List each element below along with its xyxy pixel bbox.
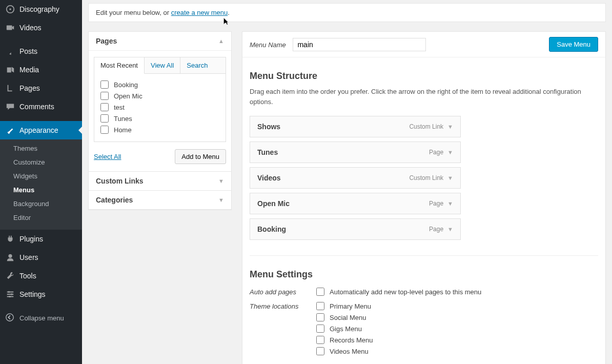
admin-sidebar: Discography Videos Posts Media Pages Com… [0, 0, 82, 364]
svg-rect-5 [8, 84, 13, 91]
page-checkbox[interactable] [100, 92, 109, 100]
tab-search[interactable]: Search [180, 57, 214, 73]
menu-item-bar[interactable]: Booking Page▼ [250, 218, 461, 240]
triangle-down-icon[interactable]: ▼ [447, 124, 453, 130]
triangle-up-icon: ▲ [218, 38, 224, 44]
sidebar-item-comments[interactable]: Comments [0, 97, 82, 116]
menu-item-bar[interactable]: Shows Custom Link▼ [250, 116, 461, 137]
sidebar-item-tools[interactable]: Tools [0, 267, 82, 285]
theme-location-row[interactable]: Gigs Menu [316, 324, 373, 333]
menu-item-title: Shows [257, 123, 280, 131]
page-checkbox-row[interactable]: Tunes [100, 113, 219, 124]
menu-item-title: Open Mic [257, 199, 290, 208]
sidebar-item-label: Posts [19, 47, 37, 55]
pages-tabs-frame: Most Recent View All Search Booking Open… [94, 57, 226, 142]
menu-editor: Menu Name Save Menu Menu Structure Drag … [242, 31, 606, 364]
theme-location-text: Primary Menu [330, 302, 371, 310]
custom-links-postbox: Custom Links ▼ [88, 172, 232, 191]
sidebar-item-settings[interactable]: Settings [0, 285, 82, 304]
triangle-down-icon[interactable]: ▼ [447, 226, 453, 232]
submenu-themes[interactable]: Themes [6, 141, 82, 155]
menu-name-input[interactable] [293, 38, 426, 51]
theme-location-checkbox[interactable] [316, 313, 324, 321]
sidebar-item-plugins[interactable]: Plugins [0, 230, 82, 248]
submenu-customize[interactable]: Customize [6, 155, 82, 169]
sidebar-item-discography[interactable]: Discography [0, 0, 82, 18]
select-all-link[interactable]: Select All [94, 153, 121, 160]
submenu-editor[interactable]: Editor [6, 211, 82, 225]
theme-location-checkbox[interactable] [316, 336, 324, 344]
menu-item-type: Page [429, 226, 443, 233]
page-checkbox[interactable] [100, 126, 109, 134]
sidebar-item-media[interactable]: Media [0, 60, 82, 79]
svg-point-6 [8, 254, 12, 258]
svg-point-10 [6, 314, 13, 321]
categories-postbox-toggle[interactable]: Categories ▼ [89, 191, 231, 209]
auto-add-checkbox[interactable] [316, 288, 324, 296]
menu-item-type: Page [429, 200, 443, 207]
theme-location-checkbox[interactable] [316, 302, 324, 310]
sidebar-item-label: Videos [19, 24, 42, 32]
page-checkbox-row[interactable]: Open Mic [100, 90, 219, 102]
theme-location-text: Videos Menu [330, 348, 369, 355]
page-checkbox-row[interactable]: test [100, 102, 219, 113]
svg-rect-2 [7, 26, 12, 30]
theme-location-checkbox[interactable] [316, 325, 324, 333]
theme-location-row[interactable]: Videos Menu [316, 347, 373, 356]
sidebar-item-users[interactable]: Users [0, 248, 82, 267]
save-menu-button[interactable]: Save Menu [549, 37, 598, 52]
pin-icon [5, 46, 15, 56]
menu-item-bar[interactable]: Open Mic Page▼ [250, 193, 461, 214]
triangle-down-icon[interactable]: ▼ [447, 200, 453, 207]
user-icon [5, 252, 15, 262]
sidebar-item-label: Appearance [19, 126, 58, 134]
page-checkbox[interactable] [100, 80, 109, 89]
auto-add-checkbox-row[interactable]: Automatically add new top-level pages to… [316, 287, 481, 296]
theme-location-checkbox[interactable] [316, 347, 324, 355]
submenu-menus[interactable]: Menus [6, 183, 82, 197]
theme-location-row[interactable]: Primary Menu [316, 301, 373, 311]
custom-links-postbox-toggle[interactable]: Custom Links ▼ [89, 172, 231, 190]
triangle-down-icon[interactable]: ▼ [447, 175, 453, 181]
video-icon [5, 23, 15, 33]
page-checkbox-row[interactable]: Home [100, 124, 219, 135]
menu-item-bar[interactable]: Videos Custom Link▼ [250, 167, 461, 189]
notice-text-suffix: . [228, 9, 230, 16]
sidebar-item-label: Comments [19, 103, 54, 111]
sidebar-item-posts[interactable]: Posts [0, 42, 82, 60]
page-checkbox-row[interactable]: Booking [100, 79, 219, 90]
collapse-label: Collapse menu [19, 314, 64, 322]
sidebar-item-pages[interactable]: Pages [0, 79, 82, 97]
auto-add-text: Automatically add new top-level pages to… [330, 288, 481, 296]
page-label: test [114, 104, 125, 111]
page-checkbox[interactable] [100, 114, 109, 123]
menu-item-title: Tunes [257, 148, 278, 156]
submenu-widgets[interactable]: Widgets [6, 169, 82, 183]
pages-postbox-toggle[interactable]: Pages ▲ [89, 32, 231, 51]
sidebar-item-label: Tools [19, 272, 36, 280]
page-icon [5, 83, 15, 93]
tab-most-recent[interactable]: Most Recent [94, 57, 145, 74]
menu-items-list: Shows Custom Link▼ Tunes Page▼ Videos Cu… [250, 116, 598, 240]
disc-icon [5, 4, 15, 14]
create-menu-notice: Edit your menu below, or create a new me… [88, 3, 606, 22]
sidebar-item-videos[interactable]: Videos [0, 18, 82, 37]
menu-item-bar[interactable]: Tunes Page▼ [250, 141, 461, 163]
theme-location-row[interactable]: Records Menu [316, 335, 373, 345]
add-items-column: Pages ▲ Most Recent View All Search Book… [88, 31, 232, 210]
menu-item-type: Custom Link [409, 174, 443, 181]
custom-links-title: Custom Links [96, 177, 144, 185]
page-checkbox[interactable] [100, 103, 109, 111]
tab-view-all[interactable]: View All [145, 57, 180, 73]
triangle-down-icon[interactable]: ▼ [447, 149, 453, 155]
add-to-menu-button[interactable]: Add to Menu [175, 149, 226, 164]
theme-location-row[interactable]: Social Menu [316, 313, 373, 322]
create-new-menu-link[interactable]: create a new menu [171, 9, 228, 16]
pages-tabs: Most Recent View All Search [94, 57, 226, 74]
collapse-menu[interactable]: Collapse menu [0, 309, 82, 327]
triangle-down-icon: ▼ [218, 178, 224, 184]
submenu-background[interactable]: Background [6, 197, 82, 211]
sidebar-item-appearance[interactable]: Appearance [0, 121, 82, 139]
sidebar-item-label: Media [19, 66, 39, 74]
media-icon [5, 65, 15, 75]
